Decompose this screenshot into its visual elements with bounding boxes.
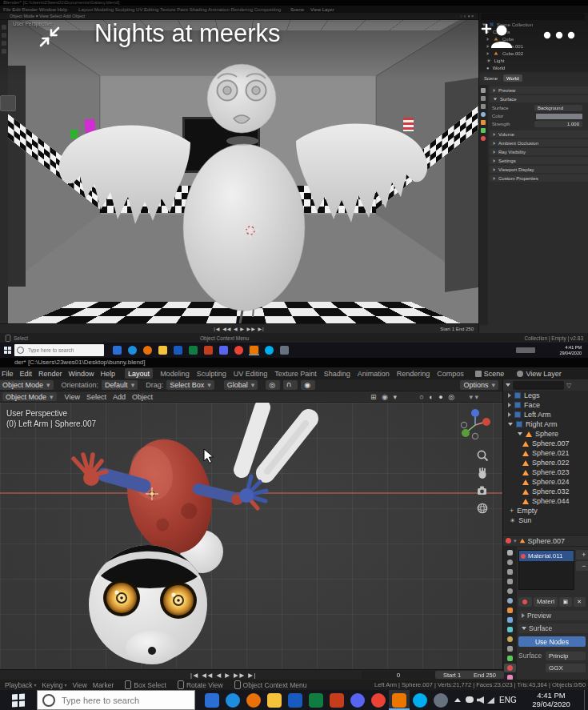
scene-selector[interactable]: Scene bbox=[290, 7, 304, 12]
start-frame-field[interactable]: Start 1 bbox=[435, 671, 469, 679]
tool-rotate-icon[interactable] bbox=[2, 49, 6, 54]
orientation-dropdown[interactable]: Default▾ bbox=[102, 380, 138, 390]
viewport-3d-top[interactable]: User Perspective bbox=[8, 13, 478, 323]
more-options-icon[interactable] bbox=[543, 31, 575, 39]
section-ambient-occlusion[interactable]: Ambient Occlusion bbox=[490, 139, 588, 146]
outliner-row-light[interactable]: ☀Sun bbox=[503, 515, 588, 525]
viewport-mode-dropdown[interactable]: Object Mode▾ bbox=[2, 392, 57, 401]
outliner-row[interactable]: ●World bbox=[479, 64, 588, 71]
material-slot-list[interactable]: Material.011 bbox=[518, 550, 574, 590]
section-preview[interactable]: Preview bbox=[490, 86, 588, 94]
scene-tab-icon[interactable] bbox=[481, 104, 486, 109]
world-tab-icon[interactable] bbox=[504, 596, 516, 605]
scene-selector[interactable]: Scene bbox=[475, 370, 505, 378]
status-menu-playback[interactable]: Playback bbox=[5, 681, 33, 689]
start-button-small[interactable] bbox=[2, 345, 13, 355]
viewport-header-menus[interactable]: Object Mode ▾ View Select Add Object bbox=[10, 14, 85, 18]
taskbar-search-input[interactable] bbox=[60, 695, 183, 706]
search-input-small[interactable] bbox=[26, 347, 103, 354]
exit-fullscreen-icon[interactable] bbox=[37, 24, 62, 50]
data-tab-icon[interactable] bbox=[481, 128, 486, 133]
object-tab-icon[interactable] bbox=[481, 120, 486, 125]
surface-field-value[interactable]: Background bbox=[534, 105, 582, 111]
viewport-menu-add[interactable]: Add bbox=[113, 393, 126, 401]
fake-user-shield-icon[interactable]: ▣ bbox=[559, 597, 571, 607]
options-dropdown[interactable]: Options▾ bbox=[460, 380, 498, 390]
outliner-row-mesh[interactable]: Sphere.021 bbox=[503, 448, 588, 458]
toggle-perspective-icon[interactable] bbox=[476, 502, 489, 515]
drag-dropdown[interactable]: Select Box▾ bbox=[166, 380, 214, 390]
status-menu-view[interactable]: View bbox=[73, 681, 87, 689]
transform-orientation-dropdown[interactable]: Global▾ bbox=[224, 380, 258, 390]
taskbar-app-excel[interactable] bbox=[306, 690, 326, 710]
outliner-row-mesh[interactable]: Sphere bbox=[503, 429, 588, 439]
timeline-bottom[interactable]: |◀ ◀◀ ◀ ▶ ▶▶ ▶| 0 Start 1 End 250 bbox=[0, 669, 502, 680]
transport-controls[interactable]: |◀ ◀◀ ◀ ▶ ▶▶ ▶| bbox=[214, 326, 264, 331]
workspace-tab[interactable]: Shading bbox=[324, 370, 350, 378]
tool-move-icon[interactable] bbox=[2, 41, 6, 46]
taskbar-app-icon[interactable] bbox=[188, 345, 198, 355]
outliner-row-mesh[interactable]: Sphere.032 bbox=[503, 487, 588, 496]
tray-network-icon[interactable] bbox=[487, 697, 494, 704]
tool-select-icon[interactable] bbox=[2, 25, 6, 30]
floating-panel[interactable] bbox=[0, 95, 16, 111]
taskbar-app-chrome[interactable] bbox=[368, 690, 389, 710]
particles-tab-icon[interactable] bbox=[504, 625, 516, 634]
properties-tab-strip[interactable] bbox=[479, 85, 488, 325]
workspace-tab[interactable]: Compos bbox=[437, 370, 464, 378]
constraints-tab-icon[interactable] bbox=[504, 644, 516, 653]
taskbar-app-icon[interactable] bbox=[279, 345, 290, 355]
world-tab-icon[interactable] bbox=[481, 112, 486, 117]
tool-cursor-icon[interactable] bbox=[2, 33, 6, 38]
surface-shader-dropdown[interactable]: Princip bbox=[546, 652, 586, 660]
search-box-small[interactable] bbox=[14, 344, 104, 356]
physics-tab-icon[interactable] bbox=[504, 635, 516, 644]
workspace-tab[interactable]: Animation bbox=[358, 370, 390, 378]
frame-range-fields[interactable]: Start 1 End 250 bbox=[440, 327, 474, 331]
section-ray-visibility[interactable]: Ray Visibility bbox=[490, 148, 588, 155]
viewport-menu-object[interactable]: Object bbox=[132, 393, 153, 401]
outliner-row-collection[interactable]: Legs bbox=[503, 391, 588, 400]
workspace-tab[interactable]: Texture Paint bbox=[274, 370, 317, 378]
section-surface[interactable]: Surface bbox=[490, 95, 588, 102]
view-layer-selector[interactable]: View Layer bbox=[517, 370, 561, 378]
use-nodes-button[interactable]: Use Nodes bbox=[518, 636, 586, 647]
material-tab-icon[interactable] bbox=[481, 136, 486, 141]
add-person-icon[interactable] bbox=[480, 22, 515, 50]
material-name-field[interactable]: Materi bbox=[534, 597, 558, 607]
taskbar-app-icon[interactable] bbox=[264, 345, 274, 355]
props-tab-world[interactable]: World bbox=[503, 74, 522, 82]
filter-funnel-icon[interactable]: ▽ bbox=[566, 382, 571, 389]
start-button[interactable] bbox=[0, 690, 37, 710]
object-tab-icon[interactable] bbox=[504, 606, 516, 615]
workspace-tab[interactable]: UV Editing bbox=[234, 370, 268, 378]
modifiers-tab-icon[interactable] bbox=[504, 616, 516, 624]
status-menu-marker[interactable]: Marker bbox=[93, 681, 114, 689]
outliner-row-mesh[interactable]: Sphere.024 bbox=[503, 477, 588, 487]
add-slot-button[interactable]: + bbox=[576, 550, 588, 560]
taskbar-app-edge[interactable] bbox=[222, 690, 243, 710]
snap-magnet-icon[interactable]: ∪ bbox=[283, 380, 298, 390]
viewport-header-icons[interactable]: ○ ◐ ● ▾ bbox=[460, 14, 474, 18]
view-layer-tab-icon[interactable] bbox=[504, 577, 516, 586]
outliner-row-collection[interactable]: Face bbox=[503, 400, 588, 410]
taskbar-app-icon[interactable] bbox=[203, 345, 214, 355]
menu-edit[interactable]: Edit bbox=[20, 370, 33, 378]
clock-small[interactable]: 4:41 PM 29/04/2020 bbox=[559, 345, 582, 355]
outliner-search[interactable] bbox=[481, 14, 585, 20]
taskbar-app-icon[interactable] bbox=[127, 345, 138, 355]
taskbar-app-icon[interactable] bbox=[142, 345, 153, 355]
output-tab-icon[interactable] bbox=[504, 568, 516, 576]
render-tab-icon[interactable] bbox=[504, 558, 516, 567]
menubar[interactable]: File Edit Render Window Help bbox=[3, 7, 67, 12]
mode-dropdown[interactable]: Object Mode▾ bbox=[0, 380, 54, 390]
outliner-search-input[interactable] bbox=[513, 381, 564, 390]
section-volume[interactable]: Volume bbox=[490, 130, 588, 138]
taskbar-app-icon[interactable] bbox=[234, 345, 244, 355]
outliner-row-collection[interactable]: Right Arm bbox=[503, 419, 588, 429]
editor-type-icon[interactable] bbox=[506, 383, 510, 387]
distribution-dropdown[interactable]: GGX bbox=[546, 664, 586, 672]
tray-icons-small[interactable] bbox=[516, 347, 535, 353]
workspace-tab[interactable]: Sculpting bbox=[197, 370, 226, 378]
menu-help[interactable]: Help bbox=[101, 370, 116, 378]
